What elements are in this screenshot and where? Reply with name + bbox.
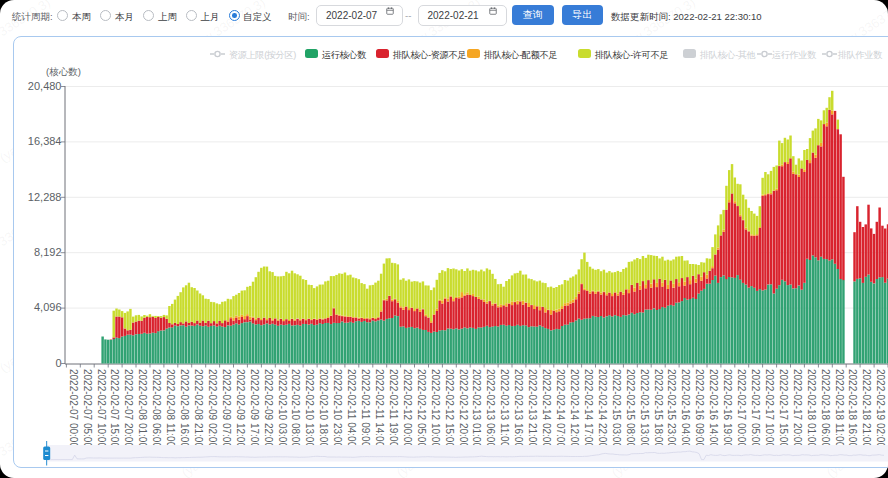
svg-text:2022-02-07 15:00: 2022-02-07 15:00 xyxy=(109,369,120,448)
svg-text:2022-02-13 16:00: 2022-02-13 16:00 xyxy=(513,369,524,448)
svg-text:2022-02-18 01:00: 2022-02-18 01:00 xyxy=(806,369,817,448)
svg-text:2022-02-14 12:00: 2022-02-14 12:00 xyxy=(569,369,580,448)
svg-text:2022-02-12 10:00: 2022-02-12 10:00 xyxy=(430,369,441,448)
svg-text:2022-02-18 11:00: 2022-02-18 11:00 xyxy=(834,369,845,448)
svg-text:2022-02-09 17:00: 2022-02-09 17:00 xyxy=(249,369,260,448)
svg-text:2022-02-13 21:00: 2022-02-13 21:00 xyxy=(527,369,538,448)
svg-text:2022-02-17 05:00: 2022-02-17 05:00 xyxy=(750,369,761,448)
svg-text:2022-02-11 04:00: 2022-02-11 04:00 xyxy=(346,369,357,448)
svg-text:2022-02-11 09:00: 2022-02-11 09:00 xyxy=(360,369,371,448)
svg-text:2022-02-15 23:00: 2022-02-15 23:00 xyxy=(666,369,677,448)
svg-text:2022-02-12 05:00: 2022-02-12 05:00 xyxy=(416,369,427,448)
svg-text:2022-02-11 19:00: 2022-02-11 19:00 xyxy=(388,369,399,448)
svg-text:2022-02-09 07:00: 2022-02-09 07:00 xyxy=(221,369,232,448)
svg-text:2022-02-14 22:00: 2022-02-14 22:00 xyxy=(597,369,608,448)
svg-text:16,384: 16,384 xyxy=(28,135,62,147)
svg-text:2022-02-11 14:00: 2022-02-11 14:00 xyxy=(374,369,385,448)
svg-text:2022-02-15 18:00: 2022-02-15 18:00 xyxy=(653,369,664,448)
svg-text:2022-02-07 05:00: 2022-02-07 05:00 xyxy=(82,369,93,448)
svg-text:2022-02-12 20:00: 2022-02-12 20:00 xyxy=(458,369,469,448)
svg-text:2022-02-17 00:00: 2022-02-17 00:00 xyxy=(736,369,747,448)
svg-text:2022-02-18 06:00: 2022-02-18 06:00 xyxy=(820,369,831,448)
svg-text:2022-02-10 18:00: 2022-02-10 18:00 xyxy=(318,369,329,448)
svg-text:2022-02-07 10:00: 2022-02-07 10:00 xyxy=(96,369,107,448)
svg-text:2022-02-14 07:00: 2022-02-14 07:00 xyxy=(555,369,566,448)
svg-text:2022-02-09 12:00: 2022-02-09 12:00 xyxy=(235,369,246,448)
svg-text:2022-02-10 23:00: 2022-02-10 23:00 xyxy=(332,369,343,448)
svg-text:2022-02-09 22:00: 2022-02-09 22:00 xyxy=(263,369,274,448)
svg-text:2022-02-12 15:00: 2022-02-12 15:00 xyxy=(444,369,455,448)
svg-text:(核心数): (核心数) xyxy=(46,66,81,77)
svg-text:2022-02-08 21:00: 2022-02-08 21:00 xyxy=(193,369,204,448)
svg-text:2022-02-07 20:00: 2022-02-07 20:00 xyxy=(123,369,134,448)
svg-text:2022-02-10 03:00: 2022-02-10 03:00 xyxy=(277,369,288,448)
svg-text:2022-02-16 19:00: 2022-02-16 19:00 xyxy=(722,369,733,448)
svg-text:2022-02-12 00:00: 2022-02-12 00:00 xyxy=(402,369,413,448)
svg-text:2022-02-07 00:00: 2022-02-07 00:00 xyxy=(68,369,79,448)
svg-text:2022-02-16 04:00: 2022-02-16 04:00 xyxy=(680,369,691,448)
svg-text:2022-02-13 06:00: 2022-02-13 06:00 xyxy=(485,369,496,448)
svg-text:2022-02-08 16:00: 2022-02-08 16:00 xyxy=(179,369,190,448)
svg-text:2022-02-16 14:00: 2022-02-16 14:00 xyxy=(708,369,719,448)
svg-text:2022-02-09 02:00: 2022-02-09 02:00 xyxy=(207,369,218,448)
svg-text:4,096: 4,096 xyxy=(34,301,62,313)
svg-text:2022-02-13 01:00: 2022-02-13 01:00 xyxy=(471,369,482,448)
svg-text:2022-02-19 02:00: 2022-02-19 02:00 xyxy=(875,369,886,448)
svg-text:2022-02-08 11:00: 2022-02-08 11:00 xyxy=(165,369,176,448)
svg-text:2022-02-14 17:00: 2022-02-14 17:00 xyxy=(583,369,594,448)
svg-text:2022-02-15 08:00: 2022-02-15 08:00 xyxy=(625,369,636,448)
svg-text:2022-02-13 11:00: 2022-02-13 11:00 xyxy=(499,369,510,448)
svg-text:2022-02-15 13:00: 2022-02-15 13:00 xyxy=(639,369,650,448)
svg-text:20,480: 20,480 xyxy=(28,80,62,92)
svg-text:2022-02-08 01:00: 2022-02-08 01:00 xyxy=(137,369,148,448)
svg-text:12,288: 12,288 xyxy=(28,191,62,203)
svg-text:2022-02-17 15:00: 2022-02-17 15:00 xyxy=(778,369,789,448)
svg-text:2022-02-16 09:00: 2022-02-16 09:00 xyxy=(694,369,705,448)
svg-text:2022-02-10 13:00: 2022-02-10 13:00 xyxy=(304,369,315,448)
svg-text:2022-02-08 06:00: 2022-02-08 06:00 xyxy=(151,369,162,448)
svg-text:2022-02-10 08:00: 2022-02-10 08:00 xyxy=(290,369,301,448)
svg-text:2022-02-14 02:00: 2022-02-14 02:00 xyxy=(541,369,552,448)
svg-text:0: 0 xyxy=(55,357,61,369)
svg-text:2022-02-18 21:00: 2022-02-18 21:00 xyxy=(861,369,872,448)
svg-text:2022-02-17 10:00: 2022-02-17 10:00 xyxy=(764,369,775,448)
svg-text:2022-02-17 20:00: 2022-02-17 20:00 xyxy=(792,369,803,448)
svg-text:8,192: 8,192 xyxy=(34,246,62,258)
svg-text:2022-02-15 03:00: 2022-02-15 03:00 xyxy=(611,369,622,448)
svg-text:2022-02-18 16:00: 2022-02-18 16:00 xyxy=(847,369,858,448)
